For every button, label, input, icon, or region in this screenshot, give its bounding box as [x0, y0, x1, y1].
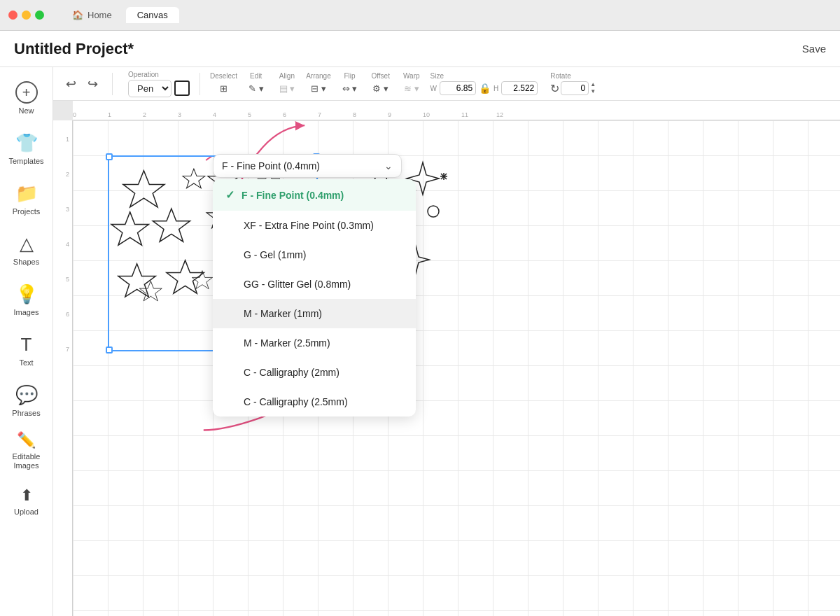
sidebar-item-label: Shapes [13, 258, 39, 266]
check-icon: ✓ [225, 188, 234, 202]
rotate-section: Rotate ↻ ▲ ▼ [550, 72, 596, 95]
plus-icon: + [15, 81, 38, 104]
lock-icon: 🔒 [479, 83, 491, 94]
size-label: Size [430, 72, 444, 80]
operation-label: Operation [128, 71, 159, 78]
dropdown-item-extra-fine[interactable]: XF - Extra Fine Point (0.3mm) [213, 211, 416, 240]
offset-button[interactable]: ⚙ ▾ [368, 81, 393, 96]
sidebar-item-editable-images[interactable]: ✏️ Editable Images [1, 426, 52, 476]
item-label: M - Marker (1mm) [244, 308, 322, 319]
svg-marker-1 [183, 169, 205, 188]
tab-home[interactable]: 🏠 Home [64, 7, 120, 23]
sidebar-item-images[interactable]: 💡 Images [1, 274, 52, 325]
minimize-button[interactable] [22, 10, 31, 20]
canvas-container[interactable]: 0 1 2 3 4 5 6 7 8 9 10 11 12 1 2 3 4 5 [53, 101, 840, 616]
dropdown-item-marker-1mm[interactable]: M - Marker (1mm) [213, 299, 416, 328]
pen-color-swatch[interactable] [174, 80, 190, 96]
item-label: G - Gel (1mm) [244, 249, 306, 260]
sidebar-item-label: Editable Images [1, 452, 52, 470]
dropdown-item-marker-25mm[interactable]: M - Marker (2.5mm) [213, 328, 416, 358]
deselect-section: Deselect ⊞ [210, 72, 237, 96]
sidebar-item-shapes[interactable]: △ Shapes [1, 224, 52, 274]
divider-1 [112, 73, 113, 95]
deselect-label: Deselect [210, 72, 237, 80]
sidebar: + New 👕 Templates 📁 Projects △ Shapes 💡 … [0, 67, 53, 616]
sidebar-item-label: Text [19, 358, 33, 367]
dropdown-item-gel[interactable]: G - Gel (1mm) [213, 240, 416, 270]
size-section: Size W 🔒 H [430, 72, 538, 95]
canvas-grid: F - Fine Point (0.4mm) ⌄ ✓ F - Fine Poin… [73, 120, 840, 616]
warp-label: Warp [403, 72, 420, 80]
pen-type-dropdown-menu: ✓ F - Fine Point (0.4mm) XF - Extra Fine… [213, 179, 416, 416]
align-button[interactable]: ▤ ▾ [275, 81, 300, 96]
arrange-icon: ⊟ ▾ [311, 83, 326, 94]
svg-marker-4 [111, 212, 148, 245]
rotate-stepper: ▲ ▼ [590, 81, 596, 94]
shapes-icon: △ [20, 233, 34, 255]
images-icon: 💡 [15, 284, 38, 305]
projectbar: Untitled Project* Save [0, 31, 840, 67]
fullscreen-button[interactable] [35, 10, 44, 20]
height-input[interactable] [501, 81, 538, 95]
edit-button[interactable]: ✎ ▾ [244, 81, 268, 96]
sidebar-item-label: Upload [14, 507, 38, 516]
item-label: GG - Glitter Gel (0.8mm) [244, 279, 351, 290]
ruler-horizontal: 0 1 2 3 4 5 6 7 8 9 10 11 12 [73, 101, 840, 120]
sidebar-item-projects[interactable]: 📁 Projects [1, 174, 52, 224]
phrases-icon: 💬 [15, 384, 38, 406]
flip-label: Flip [344, 72, 355, 80]
svg-marker-8 [118, 264, 155, 297]
dropdown-overlay: F - Fine Point (0.4mm) ⌄ ✓ F - Fine Poin… [213, 154, 416, 416]
canvas-tab-label: Canvas [137, 10, 168, 20]
dropdown-item-glitter-gel[interactable]: GG - Glitter Gel (0.8mm) [213, 270, 416, 299]
dropdown-item-calligraphy-25mm[interactable]: C - Calligraphy (2.5mm) [213, 387, 416, 416]
close-button[interactable] [8, 10, 18, 20]
tab-canvas[interactable]: Canvas [126, 7, 179, 23]
sidebar-item-templates[interactable]: 👕 Templates [1, 123, 52, 174]
pen-type-label: F - Fine Point (0.4mm) [222, 160, 320, 172]
offset-icon: ⚙ ▾ [372, 83, 388, 94]
flip-button[interactable]: ⇔ ▾ [338, 81, 362, 96]
pen-type-selector[interactable]: F - Fine Point (0.4mm) ⌄ [213, 154, 402, 178]
sidebar-item-label: New [18, 106, 34, 115]
sidebar-item-phrases[interactable]: 💬 Phrases [1, 375, 52, 426]
ruler-vertical: 1 2 3 4 5 6 7 [53, 120, 73, 616]
offset-section: Offset ⚙ ▾ [368, 72, 393, 96]
home-tab-label: Home [88, 10, 112, 20]
sidebar-item-text[interactable]: T Text [1, 325, 52, 375]
operation-dropdown[interactable]: Pen [128, 80, 172, 97]
dropdown-item-fine-point[interactable]: ✓ F - Fine Point (0.4mm) [213, 179, 416, 211]
toolbar: ↩ ↪ Operation Pen Deselect ⊞ [53, 67, 840, 101]
project-title: Untitled Project* [14, 40, 134, 58]
sidebar-item-new[interactable]: + New [1, 73, 52, 123]
chevron-down-icon: ⌄ [384, 160, 393, 172]
divider-2 [200, 73, 200, 95]
rotate-increment[interactable]: ▲ [590, 81, 596, 88]
traffic-lights [8, 10, 44, 20]
operation-section: Operation Pen [128, 71, 190, 97]
width-input[interactable] [440, 81, 476, 95]
titlebar: 🏠 Home Canvas [0, 0, 840, 31]
edit-label: Edit [250, 72, 262, 80]
redo-button[interactable]: ↪ [83, 74, 102, 94]
arrange-button[interactable]: ⊟ ▾ [307, 81, 330, 96]
align-section: Align ▤ ▾ [275, 72, 300, 96]
warp-button[interactable]: ≋ ▾ [400, 81, 424, 96]
editable-images-icon: ✏️ [17, 431, 36, 449]
dropdown-item-calligraphy-2mm[interactable]: C - Calligraphy (2mm) [213, 358, 416, 387]
svg-marker-0 [123, 171, 164, 207]
sidebar-item-label: Templates [8, 157, 43, 165]
svg-marker-12 [139, 281, 162, 300]
svg-point-19 [428, 206, 439, 217]
save-button[interactable]: Save [802, 43, 826, 55]
rotate-decrement[interactable]: ▼ [590, 88, 596, 95]
sidebar-item-upload[interactable]: ⬆ Upload [1, 476, 52, 526]
warp-section: Warp ≋ ▾ [400, 72, 424, 96]
undo-redo-group: ↩ ↪ [62, 74, 102, 94]
text-icon: T [21, 334, 32, 356]
main-layout: + New 👕 Templates 📁 Projects △ Shapes 💡 … [0, 67, 840, 616]
deselect-button[interactable]: ⊞ [216, 81, 232, 96]
sidebar-item-label: Projects [13, 207, 41, 216]
rotate-input[interactable] [561, 81, 589, 95]
undo-button[interactable]: ↩ [62, 74, 80, 94]
